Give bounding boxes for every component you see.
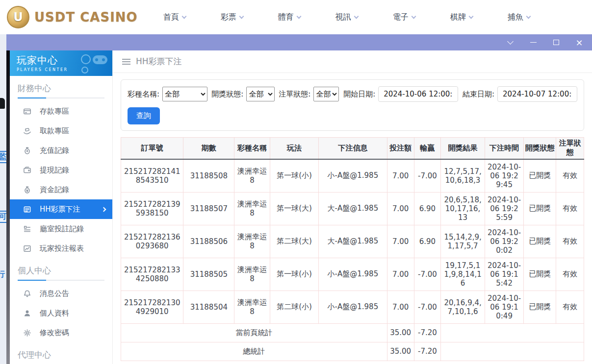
nav-item[interactable]: 視訊 — [335, 12, 358, 23]
sidebar-item-label: 玩家投注報表 — [40, 244, 84, 253]
table-cell: 2024-10-06 19:29:45 — [485, 159, 523, 193]
table-cell: -7.00 — [414, 159, 441, 193]
chevron-down-icon — [411, 14, 416, 19]
nav-item-label: 電子 — [393, 12, 409, 23]
funds-record-icon — [23, 186, 31, 194]
table-cell: 2024-10-06 19:25:59 — [485, 192, 523, 225]
table-cell: 20,16,9,4,7,10,1,6 — [441, 291, 485, 323]
background-silhouette — [0, 98, 5, 109]
table-cell: 有效 — [556, 225, 584, 258]
sidebar-item-取款專區[interactable]: 取款專區 — [10, 121, 112, 141]
sidebar-item-充值記錄[interactable]: 充值記錄 — [10, 141, 112, 160]
search-button[interactable]: 查詢 — [128, 107, 160, 124]
table-row: 215217282139593815031188507澳洲幸运8第一球(大)大-… — [121, 192, 584, 225]
sidebar-item-提現記錄[interactable]: 提現記錄 — [10, 160, 112, 180]
nav-item[interactable]: 棋牌 — [450, 12, 473, 23]
lottery-bet-icon — [23, 205, 31, 214]
recharge-record-icon — [23, 146, 31, 155]
draw-status-label: 開獎狀態: — [211, 90, 243, 99]
site-header: U USDT CASINO 首頁彩票體育視訊電子棋牌捕魚 — [0, 0, 592, 34]
start-date-input[interactable] — [378, 86, 458, 102]
nav-item[interactable]: 彩票 — [221, 12, 243, 23]
nav-item-label: 捕魚 — [508, 12, 523, 23]
background-page-fragment: 監 — [0, 151, 6, 163]
table-cell: 2152172821360293680 — [121, 225, 183, 258]
chevron-down-icon — [239, 14, 244, 19]
column-header: 開獎狀態 — [524, 138, 556, 159]
profile-icon — [23, 309, 31, 317]
table-cell: 7.00 — [387, 258, 414, 291]
table-cell: 31188508 — [183, 159, 234, 193]
chevron-down-icon — [526, 14, 531, 19]
table-cell: 31188505 — [183, 258, 234, 291]
nav-item[interactable]: 捕魚 — [508, 12, 530, 23]
sidebar-item-資金記錄[interactable]: 資金記錄 — [10, 180, 112, 199]
nav-item[interactable]: 體育 — [278, 12, 301, 23]
sidebar-item-廳室投註記錄[interactable]: 廳室投註記錄 — [10, 219, 112, 239]
summary-win-loss: -7.20 — [414, 342, 441, 361]
table-row: 215217282141854351031188508澳洲幸运8第一球(小)小-… — [121, 159, 584, 193]
table-cell: 7.00 — [387, 192, 414, 225]
table-cell: 6.90 — [414, 225, 441, 258]
nav-item[interactable]: 首頁 — [163, 12, 186, 23]
hamburger-icon[interactable] — [122, 59, 130, 65]
table-cell: 2024-10-06 19:20:02 — [485, 225, 523, 258]
table-cell: 7.00 — [387, 159, 414, 193]
table-cell: 澳洲幸运8 — [234, 225, 270, 258]
window-collapse-icon[interactable] — [506, 39, 514, 47]
column-header: 注單狀態 — [556, 138, 584, 159]
order-status-select[interactable]: 全部 — [313, 87, 339, 101]
table-cell: 第一球(小) — [270, 159, 318, 193]
sidebar-item-label: 個人資料 — [40, 309, 69, 318]
summary-row: 總統計35.00-7.20 — [121, 342, 584, 361]
nav-item[interactable]: 電子 — [393, 12, 415, 23]
sidebar-section-rule — [18, 97, 104, 98]
column-header: 輸贏 — [414, 138, 441, 159]
column-header: 訂單號 — [121, 138, 183, 159]
nav-item-label: 棋牌 — [450, 12, 466, 23]
draw-status-select[interactable]: 全部 — [246, 87, 274, 101]
nav-item-label: 彩票 — [221, 12, 236, 23]
sidebar-item-存款專區[interactable]: 存款專區 — [10, 101, 112, 121]
column-header: 下注信息 — [319, 138, 387, 159]
column-header: 投注額 — [387, 138, 414, 159]
hall-bet-record-icon — [23, 225, 31, 233]
table-cell: 已開獎 — [524, 192, 556, 225]
main-header: HH彩票下注 — [113, 50, 592, 73]
brand-name: USDT CASINO — [34, 10, 138, 24]
sidebar-menu: 財務中心存款專區取款專區充值記錄提現記錄資金記錄HH彩票下注廳室投註記錄玩家投注… — [10, 83, 112, 364]
summary-bet-total: 35.00 — [387, 342, 414, 361]
nav-item-label: 首頁 — [163, 12, 179, 23]
table-cell: 31188506 — [183, 225, 234, 258]
table-cell: 19,17,5,11,9,8,14,16 — [441, 258, 485, 291]
column-header: 下注時間 — [485, 138, 523, 159]
sidebar-section-label: 個人中心 — [18, 265, 104, 276]
sidebar-item-label: 資金記錄 — [40, 185, 69, 194]
window-close-icon[interactable]: × — [575, 39, 583, 47]
chevron-down-icon — [296, 14, 301, 19]
summary-win-loss: -7.20 — [414, 323, 441, 342]
deposit-icon — [23, 107, 31, 116]
lottery-type-select[interactable]: 全部 — [162, 87, 207, 101]
chevron-down-icon — [354, 14, 359, 19]
summary-empty — [441, 323, 584, 342]
chevron-down-icon — [181, 14, 186, 19]
sidebar-item-消息公告[interactable]: 消息公告 — [10, 284, 112, 303]
sidebar-item-玩家投注報表[interactable]: 玩家投注報表 — [10, 239, 112, 258]
table-cell: 第一球(大) — [270, 192, 318, 225]
sidebar-item-修改密碼[interactable]: 修改密碼 — [10, 323, 112, 342]
table-cell: 2152172821304929010 — [121, 291, 183, 323]
table-cell: 大-A盤@1.985 — [319, 225, 387, 258]
sidebar-item-個人資料[interactable]: 個人資料 — [10, 303, 112, 323]
sidebar-item-HH彩票下注[interactable]: HH彩票下注 — [10, 199, 112, 219]
sidebar-item-label: 充值記錄 — [40, 146, 69, 155]
nav-item-label: 視訊 — [335, 12, 351, 23]
table-cell: 澳洲幸运8 — [234, 258, 270, 291]
table-cell: 已開獎 — [524, 159, 556, 193]
end-date-input[interactable] — [497, 86, 577, 102]
withdraw-icon — [23, 127, 31, 135]
window-maximize-icon[interactable] — [552, 39, 560, 47]
column-header: 玩法 — [270, 138, 318, 159]
window-minimize-icon[interactable] — [529, 39, 537, 47]
table-cell: 小-A盤@1.985 — [319, 258, 387, 291]
